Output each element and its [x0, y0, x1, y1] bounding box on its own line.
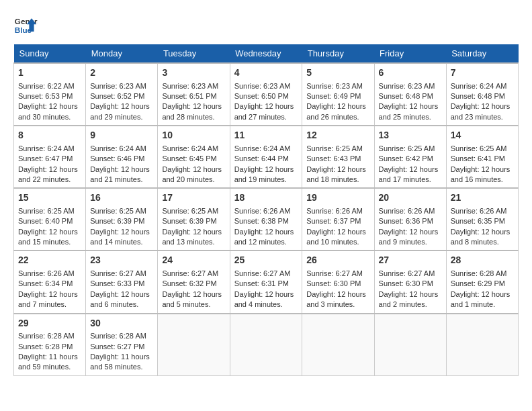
sunrise-text: Sunrise: 6:24 AM [451, 82, 507, 90]
calendar-cell: 17Sunrise: 6:25 AMSunset: 6:39 PMDayligh… [158, 188, 230, 250]
sunrise-text: Sunrise: 6:23 AM [234, 82, 291, 90]
day-number: 9 [90, 129, 153, 142]
sunrise-text: Sunrise: 6:24 AM [18, 144, 75, 152]
sunset-text: Sunset: 6:51 PM [162, 92, 216, 100]
calendar-cell: 19Sunrise: 6:26 AMSunset: 6:37 PMDayligh… [302, 188, 374, 250]
daylight-text: Daylight: 12 hours and 25 minutes. [379, 102, 439, 120]
day-number: 22 [18, 254, 81, 267]
calendar-cell: 13Sunrise: 6:25 AMSunset: 6:42 PMDayligh… [374, 126, 446, 188]
day-number: 3 [162, 66, 225, 80]
calendar-cell: 20Sunrise: 6:26 AMSunset: 6:36 PMDayligh… [374, 188, 446, 250]
daylight-text: Daylight: 12 hours and 8 minutes. [451, 228, 511, 246]
day-number: 18 [234, 191, 298, 205]
day-number: 26 [306, 254, 369, 267]
daylight-text: Daylight: 12 hours and 21 minutes. [90, 165, 150, 183]
weekday-header-saturday: Saturday [446, 44, 518, 63]
week-row-1: 1Sunrise: 6:22 AMSunset: 6:53 PMDaylight… [14, 63, 519, 126]
daylight-text: Daylight: 11 hours and 59 minutes. [18, 353, 78, 371]
daylight-text: Daylight: 12 hours and 29 minutes. [90, 102, 150, 120]
sunset-text: Sunset: 6:33 PM [90, 279, 144, 287]
daylight-text: Daylight: 12 hours and 15 minutes. [18, 228, 78, 246]
calendar-cell: 15Sunrise: 6:25 AMSunset: 6:40 PMDayligh… [14, 188, 86, 250]
header: General Blue [13, 13, 519, 38]
calendar-cell: 24Sunrise: 6:27 AMSunset: 6:32 PMDayligh… [158, 250, 230, 313]
calendar-cell: 21Sunrise: 6:26 AMSunset: 6:35 PMDayligh… [446, 188, 518, 250]
sunrise-text: Sunrise: 6:25 AM [18, 207, 75, 215]
logo-icon: General Blue [13, 13, 38, 38]
daylight-text: Daylight: 12 hours and 19 minutes. [234, 165, 294, 183]
sunrise-text: Sunrise: 6:27 AM [234, 269, 291, 277]
day-number: 12 [306, 129, 369, 142]
calendar-cell: 29Sunrise: 6:28 AMSunset: 6:28 PMDayligh… [14, 314, 86, 376]
daylight-text: Daylight: 12 hours and 28 minutes. [162, 102, 222, 120]
weekday-header-tuesday: Tuesday [158, 44, 230, 63]
daylight-text: Daylight: 12 hours and 9 minutes. [379, 228, 439, 246]
sunset-text: Sunset: 6:34 PM [18, 279, 73, 287]
daylight-text: Daylight: 12 hours and 26 minutes. [306, 102, 366, 120]
sunrise-text: Sunrise: 6:26 AM [234, 207, 291, 215]
sunrise-text: Sunrise: 6:27 AM [379, 269, 435, 277]
sunset-text: Sunset: 6:48 PM [379, 92, 433, 100]
sunset-text: Sunset: 6:45 PM [162, 154, 216, 163]
day-number: 8 [18, 129, 81, 142]
calendar-cell: 30Sunrise: 6:28 AMSunset: 6:27 PMDayligh… [86, 314, 158, 376]
sunrise-text: Sunrise: 6:24 AM [162, 144, 218, 152]
calendar-cell: 2Sunrise: 6:23 AMSunset: 6:52 PMDaylight… [86, 63, 158, 126]
day-number: 30 [90, 317, 153, 330]
sunrise-text: Sunrise: 6:22 AM [18, 82, 75, 90]
sunset-text: Sunset: 6:38 PM [234, 217, 289, 225]
calendar-cell: 28Sunrise: 6:28 AMSunset: 6:29 PMDayligh… [446, 250, 518, 313]
sunrise-text: Sunrise: 6:28 AM [90, 332, 146, 340]
calendar-body: 1Sunrise: 6:22 AMSunset: 6:53 PMDaylight… [14, 63, 519, 375]
daylight-text: Daylight: 12 hours and 5 minutes. [162, 290, 222, 308]
daylight-text: Daylight: 12 hours and 14 minutes. [90, 228, 150, 246]
calendar-cell: 23Sunrise: 6:27 AMSunset: 6:33 PMDayligh… [86, 250, 158, 313]
daylight-text: Daylight: 12 hours and 17 minutes. [379, 165, 439, 183]
day-number: 5 [306, 66, 369, 80]
calendar-cell [374, 314, 446, 376]
calendar-cell: 25Sunrise: 6:27 AMSunset: 6:31 PMDayligh… [230, 250, 302, 313]
daylight-text: Daylight: 12 hours and 1 minute. [451, 290, 511, 308]
sunset-text: Sunset: 6:44 PM [234, 154, 289, 163]
sunrise-text: Sunrise: 6:25 AM [451, 144, 507, 152]
weekday-header-friday: Friday [374, 44, 446, 63]
day-number: 7 [451, 66, 514, 80]
calendar-cell: 8Sunrise: 6:24 AMSunset: 6:47 PMDaylight… [14, 126, 86, 188]
sunrise-text: Sunrise: 6:23 AM [162, 82, 218, 90]
calendar-cell [302, 314, 374, 376]
sunset-text: Sunset: 6:42 PM [379, 154, 433, 163]
sunrise-text: Sunrise: 6:26 AM [451, 207, 507, 215]
sunrise-text: Sunrise: 6:27 AM [306, 269, 363, 277]
sunrise-text: Sunrise: 6:26 AM [18, 269, 75, 277]
sunrise-text: Sunrise: 6:25 AM [306, 144, 363, 152]
day-number: 21 [451, 191, 514, 205]
sunset-text: Sunset: 6:50 PM [234, 92, 289, 100]
sunrise-text: Sunrise: 6:25 AM [90, 207, 146, 215]
sunrise-text: Sunrise: 6:27 AM [162, 269, 218, 277]
daylight-text: Daylight: 12 hours and 23 minutes. [451, 102, 511, 120]
day-number: 17 [162, 191, 225, 205]
day-number: 11 [234, 129, 298, 142]
week-row-2: 8Sunrise: 6:24 AMSunset: 6:47 PMDaylight… [14, 126, 519, 188]
week-row-5: 29Sunrise: 6:28 AMSunset: 6:28 PMDayligh… [14, 314, 519, 376]
weekday-header-thursday: Thursday [302, 44, 374, 63]
sunset-text: Sunset: 6:49 PM [306, 92, 361, 100]
sunset-text: Sunset: 6:37 PM [306, 217, 361, 225]
sunrise-text: Sunrise: 6:24 AM [234, 144, 291, 152]
day-number: 16 [90, 191, 153, 205]
calendar-cell: 9Sunrise: 6:24 AMSunset: 6:46 PMDaylight… [86, 126, 158, 188]
weekday-header-row: SundayMondayTuesdayWednesdayThursdayFrid… [14, 44, 519, 63]
sunset-text: Sunset: 6:28 PM [18, 342, 73, 351]
calendar-cell: 18Sunrise: 6:26 AMSunset: 6:38 PMDayligh… [230, 188, 302, 250]
daylight-text: Daylight: 12 hours and 27 minutes. [234, 102, 294, 120]
sunrise-text: Sunrise: 6:23 AM [379, 82, 435, 90]
calendar-cell: 10Sunrise: 6:24 AMSunset: 6:45 PMDayligh… [158, 126, 230, 188]
calendar-table: SundayMondayTuesdayWednesdayThursdayFrid… [13, 44, 519, 376]
sunrise-text: Sunrise: 6:28 AM [18, 332, 75, 340]
sunrise-text: Sunrise: 6:26 AM [379, 207, 435, 215]
daylight-text: Daylight: 12 hours and 2 minutes. [379, 290, 439, 308]
calendar-cell: 12Sunrise: 6:25 AMSunset: 6:43 PMDayligh… [302, 126, 374, 188]
calendar-cell: 26Sunrise: 6:27 AMSunset: 6:30 PMDayligh… [302, 250, 374, 313]
daylight-text: Daylight: 12 hours and 4 minutes. [234, 290, 294, 308]
day-number: 19 [306, 191, 369, 205]
